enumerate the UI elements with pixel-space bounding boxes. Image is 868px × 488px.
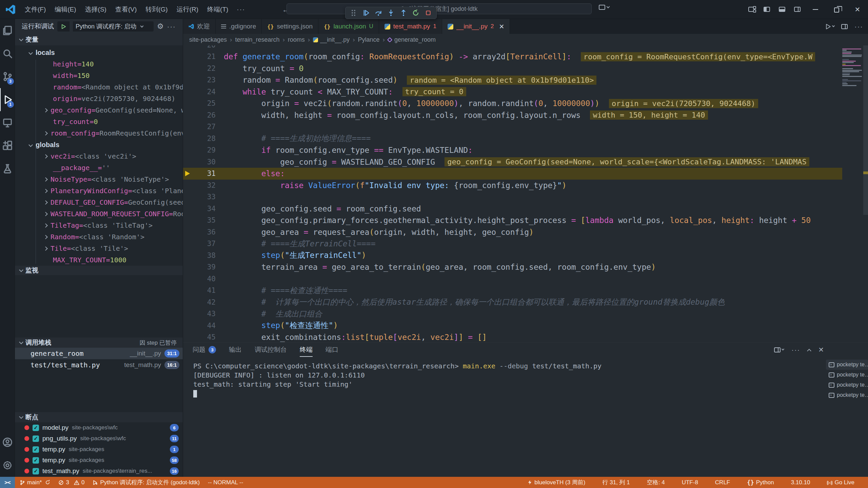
breadcrumb-item[interactable]: __init__.py	[313, 36, 350, 43]
vim-mode[interactable]: -- NORMAL --	[208, 479, 243, 486]
menu-item-6[interactable]: 终端(T)	[203, 3, 233, 16]
breadcrumb-item[interactable]: Pylance	[358, 36, 380, 43]
code-line-33[interactable]: 33	[183, 191, 842, 203]
code-line-45[interactable]: 45 exit_combinations:list[tuple[vec2i, v…	[183, 331, 842, 343]
variable-row[interactable]: NoiseType = <class 'NoiseType'>	[15, 174, 183, 185]
variable-row[interactable]: PlanetaryWindConfig = <class 'Planeta…	[15, 185, 183, 197]
toggle-secondary-sidebar-button[interactable]	[790, 0, 805, 19]
sync-icon[interactable]	[45, 480, 50, 485]
testing-activity-button[interactable]	[0, 157, 15, 180]
variable-row[interactable]: Tile = <class 'Tile'>	[15, 243, 183, 254]
call-stack-frame[interactable]: test/test_math.pytest_math.py16:1	[15, 359, 183, 371]
code-line-36[interactable]: 36 geo_area = request_area(origin, width…	[183, 226, 842, 238]
indentation[interactable]: 空格: 4	[647, 479, 665, 486]
code-line-31[interactable]: 31 else:	[183, 168, 842, 180]
split-editor-icon[interactable]	[841, 24, 848, 29]
code-line-41[interactable]: 41 # ====检查连通性====	[183, 285, 842, 297]
eol[interactable]: CRLF	[715, 479, 730, 486]
close-tab-icon[interactable]: ✕	[499, 23, 504, 30]
restart-button[interactable]	[410, 8, 421, 18]
more-editor-actions-icon[interactable]: ···	[854, 23, 863, 30]
variable-row[interactable]: geo_config = GeoConfig(seed=None, wor…	[15, 104, 183, 116]
variable-row[interactable]: width = 150	[15, 70, 183, 81]
command-center-search[interactable]: [扩展开发宿主] godot-ldtk	[287, 3, 592, 14]
code-line-39[interactable]: 39 terrain_area = geo_area_to_terrain(ge…	[183, 261, 842, 273]
variable-row[interactable]: TileTag = <class 'TileTag'>	[15, 220, 183, 231]
editor-scrollbar[interactable]	[863, 45, 868, 215]
tab-settings.json[interactable]: {}settings.json	[262, 19, 318, 34]
step-over-button[interactable]	[373, 8, 384, 18]
watch-section-header[interactable]: 监视	[15, 266, 183, 275]
code-line-35[interactable]: 35 geo_config.primary_forces.geothermal_…	[183, 215, 842, 226]
settings-activity-button[interactable]	[0, 454, 15, 477]
breakpoint-checkbox[interactable]: ✓	[33, 457, 39, 464]
breakpoints-section-header[interactable]: 断点	[15, 412, 183, 422]
debug-config[interactable]: Python 调试程序: 启动文件 (godot-ldtk)	[93, 479, 200, 486]
remote-explorer-activity-button[interactable]	[0, 111, 15, 134]
terminal-instance[interactable]: >pocketpy te…	[826, 370, 868, 380]
menu-item-0[interactable]: 文件(F)	[20, 3, 50, 16]
code-line-22[interactable]: 22 try_count = 0	[183, 62, 842, 74]
remote-indicator[interactable]: ><	[0, 477, 15, 488]
menu-item-3[interactable]: 查看(V)	[111, 3, 141, 16]
menu-item-1[interactable]: 编辑(E)	[50, 3, 80, 16]
call-stack-section-header[interactable]: 调用堆栈 因 step 已暂停	[15, 338, 183, 348]
breadcrumb-item[interactable]: generate_room	[388, 36, 436, 43]
code-line-23[interactable]: 23 random = Random(room_config.seed)rand…	[183, 74, 842, 86]
breakpoint-checkbox[interactable]: ✓	[33, 468, 39, 474]
go-live[interactable]: Go Live	[827, 479, 854, 486]
customize-layout-button[interactable]	[744, 0, 759, 19]
terminal-instance[interactable]: >pocketpy te…	[826, 390, 868, 400]
extensions-activity-button[interactable]	[0, 134, 15, 157]
more-actions-icon[interactable]: ···	[167, 23, 176, 30]
continue-button[interactable]	[361, 8, 372, 18]
terminal-instance[interactable]: >pocketpy te…	[826, 380, 868, 390]
variable-row[interactable]: __package__ = ''	[15, 162, 183, 174]
code-line-29[interactable]: 29 if room_config.env_type == EnvType.WA…	[183, 144, 842, 156]
variable-row[interactable]: room_config = RoomRequestConfig(env_t…	[15, 127, 183, 139]
breakpoint-row[interactable]: ✓png_utils.pysite-packages\wfc11	[15, 433, 183, 444]
variable-row[interactable]: random = <Random object at 0x1bf9d01e…	[15, 81, 183, 93]
close-panel-icon[interactable]: ✕	[818, 346, 824, 354]
menu-overflow-button[interactable]: ···	[233, 4, 249, 15]
variable-row[interactable]: Random = <class 'Random'>	[15, 231, 183, 243]
code-line-27[interactable]: 27	[183, 121, 842, 133]
code-line-43[interactable]: 43 # 生成出口组合	[183, 308, 842, 320]
restore-button[interactable]	[826, 0, 847, 19]
run-python-file-button[interactable]	[825, 24, 834, 29]
stop-button[interactable]	[422, 8, 434, 18]
source-control-activity-button[interactable]: 3	[0, 65, 15, 88]
menu-item-2[interactable]: 选择(S)	[81, 3, 111, 16]
scope-locals[interactable]: locals	[15, 47, 183, 58]
tab-launch.json[interactable]: {}launch.jsonU	[318, 19, 379, 34]
scope-globals[interactable]: globals	[15, 139, 183, 150]
breakpoint-row[interactable]: ✓model.pysite-packages\wfc6	[15, 422, 183, 433]
problems[interactable]: 30	[58, 479, 84, 486]
step-out-button[interactable]	[398, 8, 409, 18]
panel-more-actions-icon[interactable]: ···	[791, 346, 800, 354]
variables-section-header[interactable]: 变量	[15, 34, 183, 45]
call-stack-frame[interactable]: generate_room__init__.py31:1	[15, 348, 183, 359]
maximize-panel-icon[interactable]	[807, 349, 811, 353]
run-and-debug-activity-button[interactable]: 1	[0, 88, 15, 111]
debug-config-select[interactable]: Python 调试程序: 启动	[73, 21, 154, 32]
breakpoint-checkbox[interactable]: ✓	[33, 435, 39, 442]
code-line-21[interactable]: 21def generate_room(room_config: RoomReq…	[183, 51, 842, 63]
step-into-button[interactable]	[386, 8, 397, 18]
tab-[interactable]: 欢迎	[183, 19, 216, 34]
cursor-position[interactable]: 行 31, 列 1	[603, 479, 630, 486]
explorer-activity-button[interactable]	[0, 19, 15, 42]
breakpoint-row[interactable]: ✓test_math.pysite-packages\terrain_res..…	[15, 466, 183, 476]
variable-row[interactable]: try_count = 0	[15, 116, 183, 127]
code-line-26[interactable]: 26 width, height = room_config.layout.n_…	[183, 109, 842, 121]
start-debug-button[interactable]	[57, 21, 70, 32]
code-line-34[interactable]: 34 geo_config.seed = room_config.seed	[183, 203, 842, 215]
code-line-30[interactable]: 30 geo_config = WASTELAND_GEO_CONFIGgeo_…	[183, 156, 842, 168]
variable-row[interactable]: WASTELAND_ROOM_REQUEST_CONFIG = RoomR…	[15, 208, 183, 220]
code-line-20[interactable]: 20	[183, 45, 842, 51]
panel-tab-终端[interactable]: 终端	[300, 343, 313, 357]
breakpoint-row[interactable]: ✓temp.pysite-packages1	[15, 444, 183, 455]
variable-row[interactable]: origin = vec2i(7205730, 9024468)	[15, 93, 183, 104]
git-branch[interactable]: main*	[20, 479, 50, 486]
menu-item-5[interactable]: 运行(R)	[172, 3, 203, 16]
